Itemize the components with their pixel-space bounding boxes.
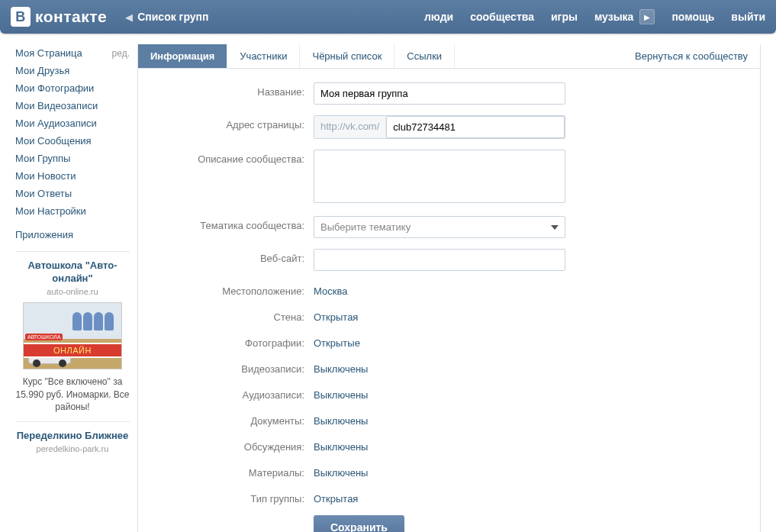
ad-domain: peredelkino-park.ru bbox=[15, 444, 130, 453]
group-type-value[interactable]: Открытая bbox=[314, 489, 358, 505]
nav-logout[interactable]: выйти bbox=[731, 11, 765, 23]
ad-title: Автошкола "Авто-онлайн" bbox=[15, 260, 130, 285]
description-input[interactable] bbox=[314, 150, 565, 203]
ad-domain: auto-online.ru bbox=[15, 287, 130, 296]
sidebar-videos[interactable]: Мои Видеозаписи bbox=[15, 97, 130, 114]
docs-value[interactable]: Выключены bbox=[314, 411, 368, 427]
label-docs: Документы: bbox=[138, 411, 314, 427]
location-value[interactable]: Москва bbox=[314, 282, 347, 297]
header-subtitle[interactable]: Список групп bbox=[137, 11, 208, 23]
videos-value[interactable]: Выключены bbox=[314, 360, 368, 375]
chevron-down-icon bbox=[551, 225, 559, 230]
label-location: Местоположение: bbox=[138, 282, 314, 297]
nav-help[interactable]: помощь bbox=[671, 11, 714, 23]
label-topic: Тематика сообщества: bbox=[138, 216, 314, 231]
wall-value[interactable]: Открытая bbox=[314, 308, 358, 323]
sidebar-groups[interactable]: Мои Группы bbox=[15, 150, 130, 167]
audio-value[interactable]: Выключены bbox=[314, 385, 368, 401]
logo-badge: В bbox=[11, 7, 31, 27]
sidebar-messages[interactable]: Мои Сообщения bbox=[15, 132, 130, 150]
sidebar-answers[interactable]: Мои Ответы bbox=[15, 185, 130, 202]
tab-links[interactable]: Ссылки bbox=[394, 44, 455, 68]
topic-placeholder: Выберите тематику bbox=[320, 221, 411, 233]
chevron-left-icon[interactable]: ◀ bbox=[125, 11, 133, 23]
nav-communities[interactable]: сообщества bbox=[470, 11, 534, 23]
sidebar-apps[interactable]: Приложения bbox=[15, 226, 130, 243]
address-prefix: http://vk.com/ bbox=[314, 116, 386, 138]
photos-value[interactable]: Открытые bbox=[314, 334, 360, 349]
topic-dropdown[interactable]: Выберите тематику bbox=[314, 216, 565, 238]
return-to-community[interactable]: Вернуться к сообществу bbox=[623, 44, 760, 68]
label-videos: Видеозаписи: bbox=[138, 360, 314, 375]
label-audio: Аудиозаписи: bbox=[138, 385, 314, 401]
main-panel: Информация Участники Чёрный список Ссылк… bbox=[137, 44, 761, 532]
label-photos: Фотографии: bbox=[138, 334, 314, 349]
group-settings-form: Название: Адрес страницы: http://vk.com/… bbox=[138, 69, 760, 532]
chevron-right-icon[interactable]: ▶ bbox=[639, 9, 655, 24]
sidebar-my-page[interactable]: Моя Страница bbox=[15, 44, 82, 62]
sidebar-settings[interactable]: Мои Настройки bbox=[15, 202, 130, 220]
address-input[interactable] bbox=[386, 116, 565, 138]
name-input[interactable] bbox=[314, 82, 565, 105]
materials-value[interactable]: Выключены bbox=[314, 463, 368, 479]
label-materials: Материалы: bbox=[138, 463, 314, 479]
sidebar-audio[interactable]: Мои Аудиозаписи bbox=[15, 114, 130, 132]
logo[interactable]: В контакте bbox=[11, 7, 107, 27]
label-address: Адрес страницы: bbox=[138, 115, 314, 131]
sidebar: Моя Страница ред. Мои Друзья Мои Фотогра… bbox=[0, 44, 137, 532]
ad-block-2[interactable]: Переделкино Ближнее peredelkino-park.ru bbox=[15, 430, 130, 453]
sidebar-photos[interactable]: Мои Фотографии bbox=[15, 79, 130, 97]
ad-block-1[interactable]: Автошкола "Авто-онлайн" auto-online.ru А… bbox=[15, 260, 130, 414]
tab-blacklist[interactable]: Чёрный список bbox=[300, 44, 394, 68]
tabs: Информация Участники Чёрный список Ссылк… bbox=[138, 44, 760, 69]
ad-image: АВТОШКОЛА ОНЛАЙН bbox=[23, 302, 122, 369]
label-website: Веб-сайт: bbox=[138, 249, 314, 264]
label-description: Описание сообщества: bbox=[138, 150, 314, 165]
discussions-value[interactable]: Выключены bbox=[314, 437, 368, 453]
header: В контакте ◀ Список групп люди сообществ… bbox=[0, 0, 776, 34]
label-discussions: Обсуждения: bbox=[138, 437, 314, 453]
tab-info[interactable]: Информация bbox=[138, 44, 227, 68]
address-field: http://vk.com/ bbox=[314, 115, 565, 139]
nav-games[interactable]: игры bbox=[551, 11, 578, 23]
website-input[interactable] bbox=[314, 249, 565, 271]
top-nav: люди сообщества игры музыка ▶ помощь вый… bbox=[424, 9, 765, 24]
label-wall: Стена: bbox=[138, 308, 314, 323]
tab-members[interactable]: Участники bbox=[227, 44, 300, 68]
nav-people[interactable]: люди bbox=[424, 11, 453, 23]
sidebar-friends[interactable]: Мои Друзья bbox=[15, 62, 130, 79]
save-button[interactable]: Сохранить bbox=[314, 515, 404, 532]
ad-text: Курс "Все включено" за 15.990 руб. Инома… bbox=[15, 376, 130, 414]
nav-music[interactable]: музыка bbox=[594, 11, 633, 23]
ad-title: Переделкино Ближнее bbox=[15, 430, 130, 443]
logo-text: контакте bbox=[35, 8, 107, 26]
label-name: Название: bbox=[138, 82, 314, 98]
sidebar-news[interactable]: Мои Новости bbox=[15, 167, 130, 185]
edit-link[interactable]: ред. bbox=[112, 48, 130, 59]
label-group-type: Тип группы: bbox=[138, 489, 314, 505]
